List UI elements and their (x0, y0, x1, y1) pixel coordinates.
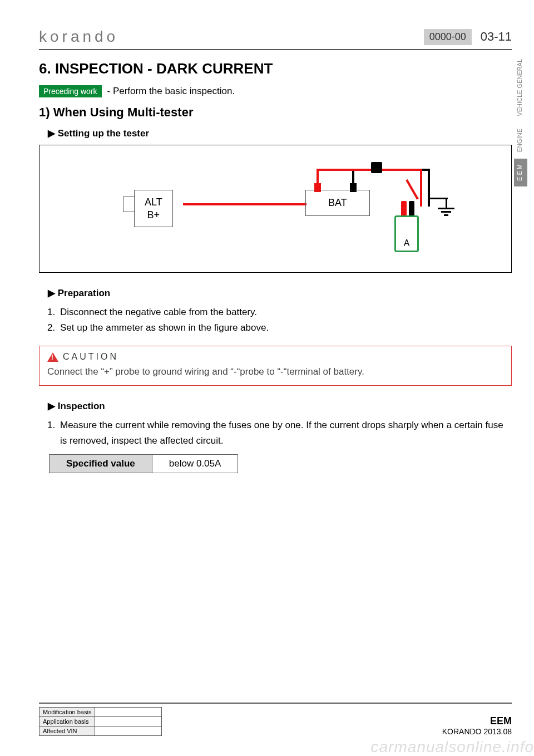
clamp-icon (371, 162, 382, 173)
tab-vehicle-general[interactable]: VEHICLE GENERAL (514, 53, 527, 122)
mod-basis-label: Modification basis (39, 708, 95, 717)
alt-connector-icon (123, 197, 135, 212)
wire-black-seg (352, 169, 354, 191)
alt-label-1: ALT (145, 197, 162, 208)
ground-icon (438, 208, 454, 209)
battery-label: BAT (328, 197, 347, 208)
wire-red (183, 203, 306, 205)
caution-text: Connect the “+” probe to ground wiring a… (47, 366, 503, 377)
preparation-steps: Disconnect the negative cable from the b… (58, 305, 512, 336)
prep-step-1: Disconnect the negative cable from the b… (58, 305, 512, 320)
section-title: 6. INSPECTION - DARK CURRENT (39, 60, 512, 77)
wire-red-seg2 (317, 169, 422, 171)
ground-stem (446, 198, 447, 208)
affected-vin-label: Affected VIN (39, 726, 95, 736)
affected-vin-value (95, 726, 162, 736)
app-basis-label: Application basis (39, 717, 95, 726)
alt-label-2: B+ (147, 209, 160, 220)
prep-step-2: Set up the ammeter as shown in the figur… (58, 320, 512, 336)
brand-logo: korando (39, 28, 118, 46)
setup-heading: Setting up the tester (48, 127, 512, 139)
page-number: 03-11 (481, 30, 512, 44)
wire-red-seg (317, 169, 319, 191)
app-basis-value (95, 717, 162, 726)
mod-basis-value (95, 708, 162, 717)
spec-table: Specified value below 0.05A (49, 454, 238, 473)
wire-black-seg2 (428, 169, 430, 207)
subsection-title: 1) When Using Multi-tester (39, 105, 512, 120)
ground-icon-3 (444, 214, 448, 216)
ground-wire (428, 198, 448, 199)
caution-box: CAUTION Connect the “+” probe to ground … (39, 346, 512, 386)
probe-red-icon (406, 179, 418, 200)
caution-title: CAUTION (63, 352, 118, 362)
table-row: Application basis (39, 717, 162, 726)
ammeter-icon: A (394, 215, 419, 252)
preceding-work-text: - Perform the basic inspection. (107, 86, 235, 97)
ammeter-label: A (404, 238, 410, 251)
wiring-diagram: ALT B+ BAT A (39, 145, 512, 273)
spec-value: below 0.05A (152, 455, 238, 473)
inspection-heading: Inspection (48, 400, 512, 412)
ground-icon-2 (441, 211, 451, 213)
header-divider (39, 49, 512, 50)
side-tabs: VEHICLE GENERAL ENGINE E E M (514, 53, 527, 186)
modification-table: Modification basis Application basis Aff… (39, 707, 162, 736)
footer-eem: EEM (442, 715, 512, 727)
preparation-heading: Preparation (48, 287, 512, 299)
table-row: Modification basis (39, 708, 162, 717)
preceding-work-row: Preceding work - Perform the basic inspe… (39, 85, 512, 97)
alt-box: ALT B+ (134, 190, 173, 227)
page-footer: Modification basis Application basis Aff… (39, 703, 512, 736)
tab-engine[interactable]: ENGINE (514, 123, 527, 158)
inspection-steps: Measure the current while removing the f… (58, 418, 512, 449)
table-row: Affected VIN (39, 726, 162, 736)
preceding-work-badge: Preceding work (39, 85, 102, 97)
battery-box: BAT (305, 190, 370, 216)
spec-label: Specified value (50, 455, 152, 473)
inspection-step-1: Measure the current while removing the f… (58, 418, 512, 449)
doc-code: 0000-00 (424, 29, 472, 45)
wire-red-seg3 (420, 169, 422, 207)
footer-divider (39, 703, 512, 704)
warning-icon (47, 352, 58, 362)
tab-eem[interactable]: E E M (514, 159, 527, 186)
footer-doc-rev: KORANDO 2013.08 (442, 727, 512, 736)
page-header: korando 0000-00 03-11 (39, 28, 512, 46)
